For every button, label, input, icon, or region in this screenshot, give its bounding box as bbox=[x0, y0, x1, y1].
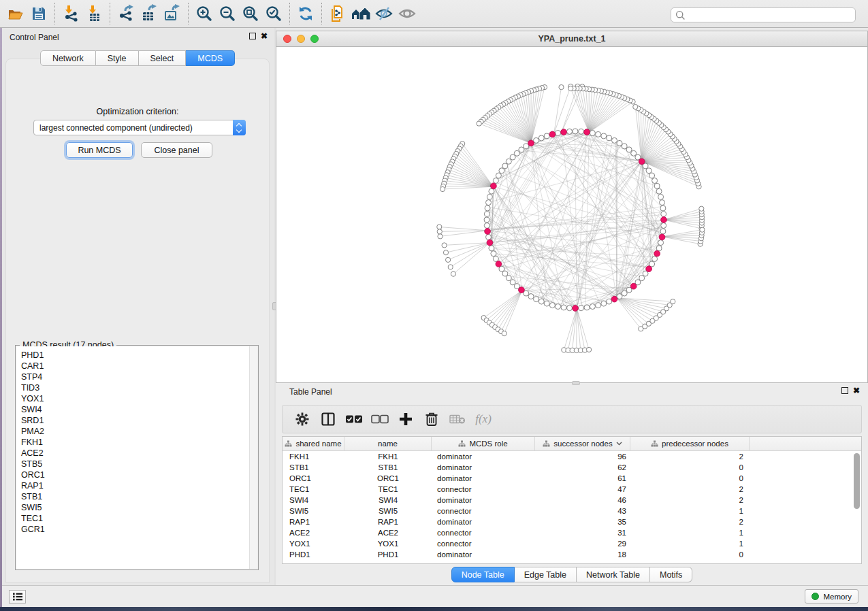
close-table-panel-icon[interactable]: ✖ bbox=[853, 387, 860, 394]
mcds-result-item[interactable]: YOX1 bbox=[21, 393, 257, 404]
mcds-result-item[interactable]: STB1 bbox=[21, 491, 257, 502]
cell-MCDS-role: dominator bbox=[432, 451, 535, 462]
hide-selected-button[interactable] bbox=[372, 2, 396, 25]
table-row[interactable]: ACE2ACE2connector311 bbox=[283, 527, 861, 538]
export-table-icon bbox=[140, 4, 159, 23]
export-network-button[interactable] bbox=[114, 2, 138, 25]
table-row[interactable]: TEC1TEC1connector472 bbox=[283, 484, 861, 495]
column-header-MCDS-role[interactable]: MCDS role bbox=[432, 437, 535, 450]
mcds-result-item[interactable]: SWI5 bbox=[21, 502, 257, 513]
horizontal-splitter-handle[interactable] bbox=[572, 381, 580, 385]
tab-edge-table[interactable]: Edge Table bbox=[515, 567, 577, 582]
network-window-title: YPA_prune.txt_1 bbox=[276, 34, 867, 44]
network-graph bbox=[276, 47, 868, 384]
clone-network-button[interactable] bbox=[326, 2, 349, 25]
clear-table-button[interactable] bbox=[445, 409, 470, 429]
table-row[interactable]: YOX1YOX1connector291 bbox=[283, 538, 861, 549]
import-table-button[interactable] bbox=[82, 2, 106, 25]
table-row[interactable]: PHD1PHD1dominator180 bbox=[283, 549, 861, 560]
mcds-result-item[interactable]: GCR1 bbox=[21, 524, 257, 535]
search-input[interactable] bbox=[671, 7, 856, 22]
network-titlebar[interactable]: YPA_prune.txt_1 bbox=[276, 31, 867, 47]
table-row[interactable]: FKH1FKH1dominator962 bbox=[283, 451, 861, 462]
zoom-fit-icon bbox=[242, 5, 259, 22]
add-row-button[interactable] bbox=[393, 409, 419, 429]
mcds-result-item[interactable]: PHD1 bbox=[21, 350, 257, 361]
cell-predecessor-nodes: 0 bbox=[630, 549, 750, 560]
close-panel-icon[interactable]: ✖ bbox=[261, 33, 268, 39]
control-panel-title: Control Panel bbox=[10, 33, 59, 42]
tab-mcds[interactable]: MCDS bbox=[186, 50, 235, 66]
cell-MCDS-role: connector bbox=[432, 538, 535, 549]
float-panel-icon[interactable] bbox=[249, 33, 256, 39]
cell-predecessor-nodes: 0 bbox=[630, 462, 750, 473]
show-all-button[interactable] bbox=[396, 2, 419, 25]
mcds-result-item[interactable]: CAR1 bbox=[21, 361, 257, 371]
export-image-icon bbox=[163, 4, 182, 23]
mcds-result-item[interactable]: ORC1 bbox=[21, 469, 257, 480]
run-mcds-button[interactable]: Run MCDS bbox=[66, 142, 133, 158]
mcds-result-item[interactable]: ACE2 bbox=[21, 448, 257, 459]
table-scrollbar[interactable] bbox=[854, 452, 860, 562]
export-image-button[interactable] bbox=[161, 2, 184, 25]
column-header-name[interactable]: name bbox=[344, 437, 432, 450]
tab-node-table[interactable]: Node Table bbox=[451, 567, 515, 582]
table-row[interactable]: STB1STB1dominator620 bbox=[283, 462, 861, 473]
save-session-button[interactable] bbox=[27, 2, 50, 25]
float-table-panel-icon[interactable] bbox=[841, 387, 848, 394]
close-panel-button[interactable]: Close panel bbox=[141, 142, 212, 158]
zoom-selected-button[interactable] bbox=[262, 2, 285, 25]
mcds-result-item[interactable]: SRD1 bbox=[21, 415, 257, 426]
mcds-list-scrollbar[interactable] bbox=[249, 346, 257, 569]
delete-rows-button[interactable] bbox=[419, 409, 445, 429]
tab-select[interactable]: Select bbox=[139, 50, 187, 66]
mcds-result-item[interactable]: STP4 bbox=[21, 371, 257, 382]
mcds-result-item[interactable]: TID3 bbox=[21, 382, 257, 393]
column-header-shared-name[interactable]: shared name bbox=[283, 437, 344, 450]
column-header-successor-nodes[interactable]: successor nodes bbox=[535, 437, 630, 450]
tab-motifs[interactable]: Motifs bbox=[650, 567, 692, 582]
mcds-result-item[interactable]: SWI4 bbox=[21, 404, 257, 415]
deselect-all-rows-button[interactable] bbox=[367, 409, 393, 429]
mcds-result-item[interactable]: TEC1 bbox=[21, 513, 257, 524]
function-builder-button[interactable]: f(x) bbox=[470, 409, 496, 429]
import-network-button[interactable] bbox=[59, 2, 82, 25]
select-all-rows-button[interactable] bbox=[341, 409, 367, 429]
export-table-button[interactable] bbox=[138, 2, 161, 25]
mcds-result-item[interactable]: FKH1 bbox=[21, 437, 257, 448]
table-row[interactable]: SWI5SWI5connector431 bbox=[283, 506, 861, 516]
cell-successor-nodes: 18 bbox=[535, 549, 630, 560]
show-columns-button[interactable] bbox=[315, 409, 341, 429]
table-scrollbar-thumb[interactable] bbox=[854, 453, 860, 509]
mcds-result-item[interactable]: RAP1 bbox=[21, 480, 257, 491]
cell-MCDS-role: dominator bbox=[432, 462, 535, 473]
zoom-fit-button[interactable] bbox=[239, 2, 262, 25]
memory-button[interactable]: Memory bbox=[805, 589, 858, 604]
tab-network-table[interactable]: Network Table bbox=[577, 567, 650, 582]
tab-network[interactable]: Network bbox=[40, 50, 96, 66]
mcds-result-item[interactable]: PMA2 bbox=[21, 426, 257, 437]
table-row[interactable]: SWI4SWI4dominator462 bbox=[283, 495, 861, 506]
table-row[interactable]: ORC1ORC1dominator610 bbox=[283, 473, 861, 484]
criterion-dropdown[interactable]: largest connected component (undirected) bbox=[33, 120, 246, 135]
cell-successor-nodes: 47 bbox=[535, 484, 630, 495]
mcds-result-item[interactable]: STB5 bbox=[21, 459, 257, 469]
zoom-out-button[interactable] bbox=[216, 2, 239, 25]
mcds-result-list[interactable]: PHD1CAR1STP4TID3YOX1SWI4SRD1PMA2FKH1ACE2… bbox=[16, 346, 257, 569]
refresh-button[interactable] bbox=[294, 2, 317, 25]
first-neighbors-button[interactable] bbox=[349, 2, 372, 25]
tab-style[interactable]: Style bbox=[96, 50, 139, 66]
task-history-button[interactable] bbox=[9, 590, 26, 604]
cell-predecessor-nodes: 1 bbox=[630, 506, 750, 516]
cell-predecessor-nodes: 2 bbox=[630, 495, 750, 506]
table-row[interactable]: RAP1RAP1dominator352 bbox=[283, 516, 861, 527]
cell-name: SWI4 bbox=[344, 495, 432, 506]
column-label: name bbox=[378, 440, 398, 448]
control-panel: Control Panel ✖ NetworkStyleSelectMCDS O… bbox=[2, 28, 274, 585]
column-header-predecessor-nodes[interactable]: predecessor nodes bbox=[630, 437, 750, 450]
clone-network-icon bbox=[328, 4, 347, 23]
open-file-button[interactable] bbox=[4, 2, 27, 25]
zoom-in-button[interactable] bbox=[193, 2, 216, 25]
table-settings-button[interactable] bbox=[289, 409, 315, 429]
network-canvas[interactable] bbox=[276, 47, 867, 382]
